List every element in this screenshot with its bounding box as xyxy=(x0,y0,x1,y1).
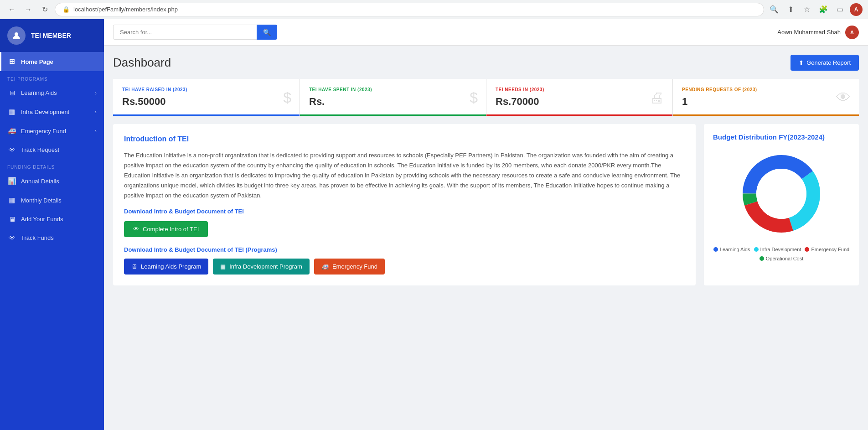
budget-title: Budget Distribution FY(2023-2024) xyxy=(713,133,850,141)
infra-dev-program-button[interactable]: ▦ Infra Development Program xyxy=(213,259,310,275)
dashboard-header: Dashboard ⬆ Generate Report xyxy=(113,55,859,71)
monthly-details-label: Monthly Details xyxy=(21,197,62,204)
address-bar[interactable]: 🔒 localhost/pefFamily/members/index.php xyxy=(55,3,764,16)
dollar-icon-2: $ xyxy=(470,89,478,106)
tab-icon[interactable]: ▭ xyxy=(833,3,846,16)
reload-btn[interactable]: ↻ xyxy=(38,3,51,16)
eye-icon: 👁 xyxy=(7,146,16,154)
content-row: Introduction of TEI The Education Initia… xyxy=(113,124,859,285)
back-btn[interactable]: ← xyxy=(5,3,18,16)
sidebar-nav: ⊞ Home Page TEI PROGRAMS 🖥 Learning Aids… xyxy=(0,52,104,430)
legend-label-emergency: Emergency Fund xyxy=(811,247,849,252)
stat-cards: TEI HAVE RAISED IN (2023) Rs.50000 $ TEI… xyxy=(113,79,859,116)
browser-user-avatar: A xyxy=(850,3,863,16)
sidebar-item-monthly-details[interactable]: ▦ Monthly Details xyxy=(0,191,104,210)
sidebar-item-emergency-fund[interactable]: 🚑 Emergency Fund › xyxy=(0,121,104,140)
generate-btn-label: Generate Report xyxy=(806,59,851,66)
dollar-icon: $ xyxy=(283,89,291,106)
forward-btn[interactable]: → xyxy=(22,3,35,16)
legend-dot-ops xyxy=(760,256,764,261)
infra-dev-label: Infra Development xyxy=(21,109,69,115)
legend-dot-infra xyxy=(754,247,759,252)
download-link-1[interactable]: Download Intro & Budget Document of TEI xyxy=(124,208,685,215)
stat-pending-label: PENDING REQUESTS OF (2023) xyxy=(682,87,850,92)
stat-needs-value: Rs.70000 xyxy=(496,96,663,108)
add-funds-label: Add Your Funds xyxy=(21,216,63,223)
search-browser-icon[interactable]: 🔍 xyxy=(768,3,780,16)
sidebar-item-infra-dev[interactable]: ▦ Infra Development › xyxy=(0,102,104,121)
track-funds-label: Track Funds xyxy=(21,234,54,241)
user-avatar: A xyxy=(845,26,859,39)
emergency-prog-label: Emergency Fund xyxy=(332,263,377,270)
page-title: Dashboard xyxy=(113,56,171,70)
intro-card: Introduction of TEI The Education Initia… xyxy=(113,124,696,285)
bar-chart-icon: 📊 xyxy=(7,177,16,185)
sidebar-item-track-request[interactable]: 👁 Track Request xyxy=(0,140,104,159)
legend-infra-dev: Infra Development xyxy=(754,247,801,252)
legend-dot-emergency xyxy=(805,247,809,252)
legend-label-infra: Infra Development xyxy=(760,247,801,252)
learning-aids-label: Learning Aids xyxy=(21,89,57,96)
stat-card-pending: PENDING REQUESTS OF (2023) 1 👁 xyxy=(672,79,859,116)
sidebar: TEI MEMBER ⊞ Home Page TEI PROGRAMS 🖥 Le… xyxy=(0,19,104,430)
search-button[interactable]: 🔍 xyxy=(257,25,277,40)
brand-avatar xyxy=(7,26,26,45)
sidebar-item-home[interactable]: ⊞ Home Page xyxy=(0,52,104,71)
sidebar-item-annual-details[interactable]: 📊 Annual Details xyxy=(0,171,104,191)
stat-card-needs: TEI NEEDS IN (2023) Rs.70000 🖨 xyxy=(486,79,672,116)
learning-aids-program-button[interactable]: 🖥 Learning Aids Program xyxy=(124,259,208,275)
monitor-icon-2: 🖥 xyxy=(131,263,137,270)
intro-title: Introduction of TEI xyxy=(124,135,685,143)
share-icon[interactable]: ⬆ xyxy=(784,3,797,16)
budget-card: Budget Distribution FY(2023-2024) xyxy=(704,124,859,285)
home-icon: ⊞ xyxy=(7,57,16,66)
search-wrapper: 🔍 xyxy=(113,25,277,40)
stat-card-spent: TEI HAVE SPENT IN (2023) Rs. $ xyxy=(300,79,486,116)
sidebar-item-track-funds[interactable]: 👁 Track Funds xyxy=(0,228,104,247)
legend-learning-aids: Learning Aids xyxy=(713,247,750,252)
active-indicator xyxy=(0,52,1,71)
printer-icon: 🖨 xyxy=(650,89,664,106)
generate-report-button[interactable]: ⬆ Generate Report xyxy=(790,55,859,71)
chevron-right-icon-3: › xyxy=(95,128,97,134)
legend-emergency: Emergency Fund xyxy=(805,247,849,252)
main-content: Dashboard ⬆ Generate Report TEI HAVE RAI… xyxy=(104,46,868,430)
stat-raised-value: Rs.50000 xyxy=(122,96,290,108)
sidebar-item-learning-aids[interactable]: 🖥 Learning Aids › xyxy=(0,83,104,102)
legend-label-ops: Operational Cost xyxy=(766,256,804,261)
monitor-icon: 🖥 xyxy=(7,89,16,97)
intro-text: The Education Initiative is a non-profit… xyxy=(124,150,685,201)
user-name: Aown Muhammad Shah xyxy=(777,29,841,36)
add-funds-icon: 🖥 xyxy=(7,215,16,223)
legend-operational: Operational Cost xyxy=(760,256,804,261)
svg-point-6 xyxy=(756,169,806,219)
infra-dev-prog-label: Infra Development Program xyxy=(229,263,302,270)
stat-spent-label: TEI HAVE SPENT IN (2023) xyxy=(309,87,477,92)
donut-chart xyxy=(736,148,827,239)
brand-name: TEI MEMBER xyxy=(31,32,71,39)
donut-chart-container xyxy=(713,148,850,239)
sidebar-brand: TEI MEMBER xyxy=(0,19,104,52)
stat-raised-label: TEI HAVE RAISED IN (2023) xyxy=(122,87,290,92)
emergency-fund-program-button[interactable]: 🚑 Emergency Fund xyxy=(314,259,385,275)
topbar-right: Aown Muhammad Shah A xyxy=(777,26,859,39)
grid-icon-2: ▦ xyxy=(220,263,226,270)
sidebar-item-add-funds[interactable]: 🖥 Add Your Funds xyxy=(0,210,104,228)
eye-icon-3: 👁 xyxy=(836,89,851,106)
stat-needs-label: TEI NEEDS IN (2023) xyxy=(496,87,663,92)
stat-card-raised: TEI HAVE RAISED IN (2023) Rs.50000 $ xyxy=(113,79,300,116)
search-input[interactable] xyxy=(113,25,257,40)
program-buttons: 🖥 Learning Aids Program ▦ Infra Developm… xyxy=(124,259,685,275)
legend-dot-learning xyxy=(713,247,718,252)
chevron-right-icon: › xyxy=(95,90,97,96)
track-request-label: Track Request xyxy=(21,146,59,153)
star-icon[interactable]: ☆ xyxy=(801,3,813,16)
funding-details-label: FUNDING DETAILS xyxy=(0,159,104,171)
grid-icon: ▦ xyxy=(7,108,16,116)
extension-icon[interactable]: 🧩 xyxy=(817,3,830,16)
ambulance-icon: 🚑 xyxy=(7,127,16,135)
legend-label-learning: Learning Aids xyxy=(720,247,750,252)
generate-icon: ⬆ xyxy=(799,59,804,66)
ambulance-icon-2: 🚑 xyxy=(321,263,329,270)
complete-intro-button[interactable]: 👁 Complete Intro of TEI xyxy=(124,221,208,237)
